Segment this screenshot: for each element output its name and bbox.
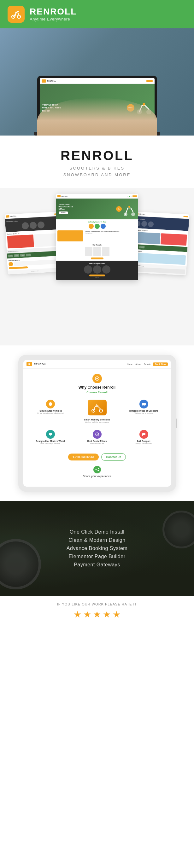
brand-name: RENROLL xyxy=(30,7,77,17)
feature-smart: Smart Mobility Solutions Modern mobility… xyxy=(75,398,119,426)
feature-item-4: Elementor Page Builder xyxy=(66,554,128,559)
feature-modern-desc: Built for today's lifestyle xyxy=(30,442,71,445)
feature-types-icon xyxy=(139,400,148,408)
tablet-scooter-img xyxy=(88,400,107,415)
brand-title: RENROLL xyxy=(6,148,188,163)
hero-section: RENROLL Your ScooterWhen You NeedIt Most… xyxy=(0,28,194,135)
feature-support-icon xyxy=(139,430,148,439)
star-4[interactable]: ★ xyxy=(103,609,111,620)
rating-section: IF YOU LIKE OUR WORK PLEASE RATE IT ★ ★ … xyxy=(0,596,194,626)
star-2[interactable]: ★ xyxy=(83,609,91,620)
stars-row: ★ ★ ★ ★ ★ xyxy=(6,609,188,620)
features-list: One Click Demo Install Clean & Modern De… xyxy=(66,527,128,570)
tablet-why-icon xyxy=(92,374,102,383)
collage-container: RENROLL Our Pricing Inclu... Featured El… xyxy=(6,194,188,339)
tablet-nav-btn[interactable]: Book Now xyxy=(153,363,167,366)
svg-point-14 xyxy=(142,404,143,406)
header: RENROLL Anytime Everywhere xyxy=(0,0,194,28)
svg-text:$: $ xyxy=(96,433,98,436)
tablet-nav-about: About xyxy=(135,363,141,365)
header-text: RENROLL Anytime Everywhere xyxy=(30,7,77,22)
collage-left: RENROLL Our Pricing Inclu... Featured El… xyxy=(5,212,63,274)
feature-types-desc: Wide range of options xyxy=(124,412,164,415)
tablet-section: R RENROLL Home About Rentals Book Now xyxy=(0,345,194,501)
feature-support-name: 24/7 Support xyxy=(124,440,164,442)
tablet-why-section: Why Choose Renroll Choose Renroll Fully … xyxy=(23,369,171,487)
tablet-share-text: Share your experience xyxy=(28,475,166,478)
tablet-phone-btn[interactable]: 1-700-060-0756+ xyxy=(68,454,99,461)
star-3[interactable]: ★ xyxy=(93,609,101,620)
feature-item-2: Clean & Modern Design xyxy=(66,537,128,543)
feature-support: 24/7 Support Always here to help xyxy=(122,428,166,447)
feature-insured-desc: All our vehicles are fully insured xyxy=(30,412,71,415)
tablet-brand: RENROLL xyxy=(34,363,47,366)
svg-point-21 xyxy=(98,470,99,471)
feature-insured-name: Fully Insured Vehicles xyxy=(30,410,71,412)
logo-icon xyxy=(7,6,25,23)
svg-rect-16 xyxy=(49,433,52,435)
collage-section: RENROLL Our Pricing Inclu... Featured El… xyxy=(0,188,194,345)
screen-preview-left: RENROLL Our Pricing Inclu... Featured El… xyxy=(5,212,63,274)
collage-right: RENROLL Pricing Includes Snowboard Equip… xyxy=(131,212,189,275)
tablet-why-title: Why Choose Renroll xyxy=(28,385,166,390)
feature-prices-name: Best Rental Prices xyxy=(77,440,117,442)
feature-item-1: One Click Demo Install xyxy=(66,529,128,535)
tablet-share-section: Share your experience xyxy=(28,463,166,482)
feature-prices-desc: Affordable for all xyxy=(77,442,117,445)
tablet-why-subtitle: Choose Renroll xyxy=(28,391,166,394)
star-1[interactable]: ★ xyxy=(74,609,81,620)
brand-section: RENROLL SCOOTERS & BIKES SNOWBOARD AND M… xyxy=(0,135,194,188)
feature-modern-icon xyxy=(46,430,55,439)
feature-types-name: Different Types of Scooters xyxy=(124,410,164,412)
screen-preview-main: RENROLL Your ScooterWhen You NeedIt Most… xyxy=(56,194,138,280)
feature-smart-desc: Modern mobility for everyone xyxy=(77,421,117,424)
tablet-cta-section: 1-700-060-0756+ Contact Us xyxy=(28,451,166,463)
rating-cta: IF YOU LIKE OUR WORK PLEASE RATE IT xyxy=(6,602,188,606)
feature-item-3: Advance Booking System xyxy=(66,546,128,551)
feature-smart-name: Smart Mobility Solutions xyxy=(77,418,117,421)
nav-btn-mini xyxy=(146,80,153,82)
svg-point-7 xyxy=(131,212,135,216)
tablet-nav: R RENROLL Home About Rentals Book Now xyxy=(23,360,171,369)
feature-item-5: Payment Gateways xyxy=(66,562,128,568)
tagline: Anytime Everywhere xyxy=(30,17,77,22)
feature-types: Different Types of Scooters Wide range o… xyxy=(122,398,166,426)
dark-features-section: One Click Demo Install Clean & Modern De… xyxy=(0,501,194,596)
svg-point-8 xyxy=(129,206,130,208)
collage-main: RENROLL Your ScooterWhen You NeedIt Most… xyxy=(56,194,138,280)
tablet-screen: R RENROLL Home About Rentals Book Now xyxy=(23,360,171,487)
svg-point-5 xyxy=(143,103,145,105)
tablet-side-button xyxy=(176,418,177,428)
svg-point-20 xyxy=(95,469,96,470)
feature-insured: Fully Insured Vehicles All our vehicles … xyxy=(28,398,73,426)
brand-subtitle: SCOOTERS & BIKES SNOWBOARD AND MORE xyxy=(6,165,188,178)
tablet-nav-links: Home About Rentals xyxy=(127,363,151,365)
star-5[interactable]: ★ xyxy=(113,609,120,620)
nav-logo-mini xyxy=(41,80,46,83)
tablet-logo: R xyxy=(27,362,32,366)
feature-support-desc: Always here to help xyxy=(124,442,164,445)
svg-point-1 xyxy=(17,15,21,18)
feature-prices-icon: $ xyxy=(93,430,102,439)
feature-prices: $ Best Rental Prices Affordable for all xyxy=(75,428,119,447)
nav-brand-mini: RENROLL xyxy=(47,80,56,82)
svg-point-19 xyxy=(98,468,99,469)
tablet-features-grid: Fully Insured Vehicles All our vehicles … xyxy=(28,398,166,447)
feature-insured-icon xyxy=(46,400,55,408)
site-nav-mini: RENROLL xyxy=(40,78,155,84)
tablet-nav-home: Home xyxy=(127,363,133,365)
tablet-share-icon xyxy=(93,466,101,473)
tablet-frame: R RENROLL Home About Rentals Book Now xyxy=(18,355,176,492)
feature-modern-name: Designed for Modern World xyxy=(30,440,71,442)
feature-modern: Designed for Modern World Built for toda… xyxy=(28,428,73,447)
tablet-nav-rentals: Rentals xyxy=(144,363,151,365)
svg-point-15 xyxy=(144,404,145,406)
screen-preview-right: RENROLL Pricing Includes Snowboard Equip… xyxy=(131,212,189,275)
tablet-contact-btn[interactable]: Contact Us xyxy=(101,453,126,461)
